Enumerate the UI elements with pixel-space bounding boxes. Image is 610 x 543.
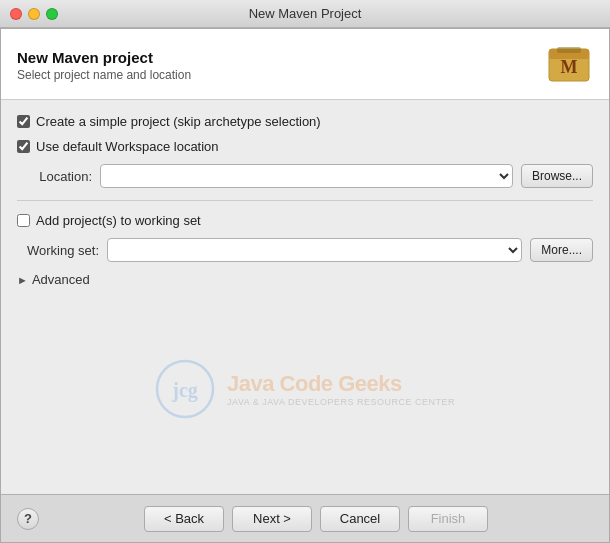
title-bar: New Maven Project	[0, 0, 610, 28]
working-set-label: Working set:	[27, 243, 99, 258]
separator	[17, 200, 593, 201]
default-workspace-label[interactable]: Use default Workspace location	[36, 139, 219, 154]
footer-left: ?	[17, 508, 39, 530]
add-working-set-checkbox[interactable]	[17, 214, 30, 227]
dialog-footer: ? < Back Next > Cancel Finish	[1, 494, 609, 542]
brand-main: Java Code	[227, 371, 333, 396]
maximize-btn[interactable]	[46, 8, 58, 20]
advanced-section[interactable]: ► Advanced	[17, 272, 593, 287]
location-input-wrapper	[100, 164, 513, 188]
default-workspace-row: Use default Workspace location	[17, 139, 593, 154]
simple-project-label[interactable]: Create a simple project (skip archetype …	[36, 114, 321, 129]
header-text: New Maven project Select project name an…	[17, 49, 191, 82]
jcg-logo: jcg	[155, 359, 215, 419]
dialog-header: New Maven project Select project name an…	[1, 29, 609, 100]
location-select[interactable]	[100, 164, 513, 188]
working-set-row: Working set: More....	[17, 238, 593, 262]
location-label: Location:	[27, 169, 92, 184]
help-button[interactable]: ?	[17, 508, 39, 530]
add-working-set-label[interactable]: Add project(s) to working set	[36, 213, 201, 228]
advanced-label: Advanced	[32, 272, 90, 287]
working-set-select[interactable]	[107, 238, 522, 262]
dialog: New Maven project Select project name an…	[0, 28, 610, 543]
simple-project-row: Create a simple project (skip archetype …	[17, 114, 593, 129]
next-button[interactable]: Next >	[232, 506, 312, 532]
cancel-button[interactable]: Cancel	[320, 506, 400, 532]
watermark-content: jcg Java Code Geeks Java & Java Develope…	[155, 359, 455, 419]
watermark-text: Java Code Geeks Java & Java Developers R…	[227, 371, 455, 407]
finish-button[interactable]: Finish	[408, 506, 488, 532]
form-content: Create a simple project (skip archetype …	[1, 100, 609, 494]
window-title: New Maven Project	[249, 6, 362, 21]
advanced-arrow-icon: ►	[17, 274, 28, 286]
footer-buttons: < Back Next > Cancel Finish	[39, 506, 593, 532]
simple-project-checkbox[interactable]	[17, 115, 30, 128]
watermark: jcg Java Code Geeks Java & Java Develope…	[17, 297, 593, 480]
minimize-btn[interactable]	[28, 8, 40, 20]
maven-icon: M	[545, 41, 593, 89]
default-workspace-checkbox[interactable]	[17, 140, 30, 153]
brand-tagline: Java & Java Developers Resource Center	[227, 397, 455, 407]
svg-text:jcg: jcg	[171, 379, 198, 402]
working-set-input-wrapper	[107, 238, 522, 262]
working-set-checkbox-row: Add project(s) to working set	[17, 213, 593, 228]
brand-name: Java Code Geeks	[227, 371, 455, 397]
close-btn[interactable]	[10, 8, 22, 20]
back-button[interactable]: < Back	[144, 506, 224, 532]
page-subtitle: Select project name and location	[17, 68, 191, 82]
window-controls	[10, 8, 58, 20]
page-title: New Maven project	[17, 49, 191, 66]
browse-button[interactable]: Browse...	[521, 164, 593, 188]
svg-rect-3	[557, 47, 581, 53]
brand-accent: Geeks	[338, 371, 402, 396]
svg-text:M: M	[561, 57, 578, 77]
more-button[interactable]: More....	[530, 238, 593, 262]
location-row: Location: Browse...	[17, 164, 593, 188]
